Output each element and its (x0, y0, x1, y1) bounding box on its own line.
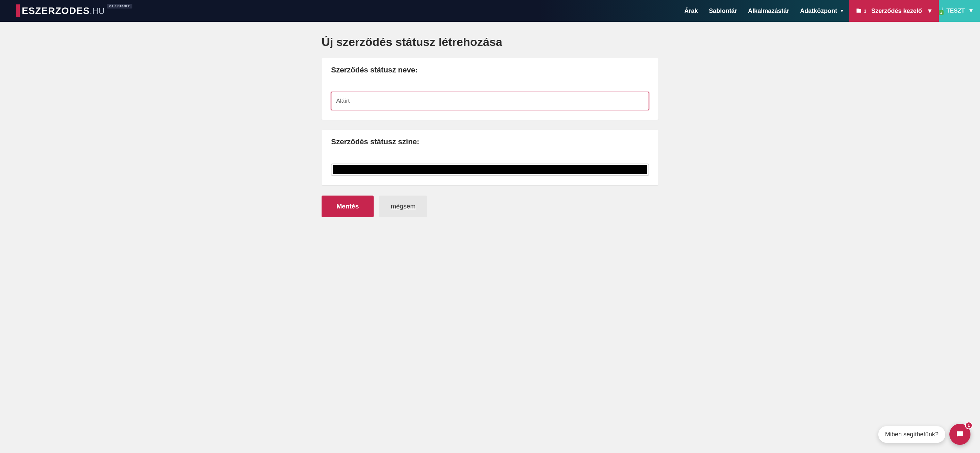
caret-down-icon: ▼ (840, 8, 844, 13)
chat-widget: Miben segíthetünk? 1 (878, 424, 970, 445)
main-nav: Árak Sablontár Alkalmazástár Adatközpont… (679, 0, 980, 22)
status-name-input[interactable] (331, 92, 649, 110)
doc-count: 1 (864, 8, 866, 14)
brand-mark-icon (16, 5, 20, 17)
brand-name-suffix: .HU (90, 6, 105, 16)
nav-item-templates[interactable]: Sablontár (703, 0, 743, 22)
brand-name-main: ESZERZODES (22, 5, 90, 16)
form-actions: Mentés mégsem (321, 196, 659, 217)
color-swatch (333, 165, 647, 174)
doc-count-badge: 1 (856, 8, 866, 14)
nav-item-prices[interactable]: Árak (679, 0, 703, 22)
brand[interactable]: ESZERZODES.HU v.4.0 STABLE (0, 0, 132, 22)
chat-fab[interactable]: 1 (950, 424, 970, 445)
contract-manager-label: Szerződés kezelő (871, 8, 922, 14)
status-color-heading: Szerződés státusz színe: (321, 130, 659, 154)
page-title: Új szerződés státusz létrehozása (321, 35, 659, 49)
cancel-button[interactable]: mégsem (379, 196, 427, 217)
nav-item-apps[interactable]: Alkalmazástár (743, 0, 795, 22)
nav-label: Adatközpont (800, 8, 837, 14)
status-name-heading: Szerződés státusz neve: (321, 58, 659, 82)
status-color-card: Szerződés státusz színe: (321, 130, 659, 185)
avatar-wrap (942, 8, 943, 14)
document-icon (856, 8, 862, 14)
version-badge: v.4.0 STABLE (107, 4, 132, 8)
status-color-input[interactable] (331, 164, 649, 176)
page: Új szerződés státusz létrehozása Szerződ… (321, 22, 659, 245)
nav-user[interactable]: TESZT ▼ (939, 0, 980, 22)
save-button[interactable]: Mentés (321, 196, 374, 217)
nav-label: Sablontár (709, 8, 737, 14)
nav-contract-manager[interactable]: 1 Szerződés kezelő ▼ (850, 0, 939, 22)
chat-unread-badge: 1 (965, 422, 972, 429)
card-body (321, 82, 659, 120)
brand-text: ESZERZODES.HU (22, 6, 105, 16)
topbar: ESZERZODES.HU v.4.0 STABLE Árak Sablontá… (0, 0, 980, 22)
card-body (321, 154, 659, 185)
avatar-status-icon (939, 10, 943, 15)
chat-icon (956, 430, 964, 439)
status-name-card: Szerződés státusz neve: (321, 58, 659, 120)
nav-item-datacenter[interactable]: Adatközpont ▼ (795, 0, 850, 22)
svg-point-0 (941, 11, 942, 13)
chat-prompt[interactable]: Miben segíthetünk? (878, 426, 945, 443)
nav-label: Alkalmazástár (748, 8, 789, 14)
caret-down-icon: ▼ (968, 8, 974, 14)
caret-down-icon: ▼ (927, 8, 933, 14)
user-name: TESZT (946, 8, 965, 14)
nav-label: Árak (684, 8, 698, 14)
